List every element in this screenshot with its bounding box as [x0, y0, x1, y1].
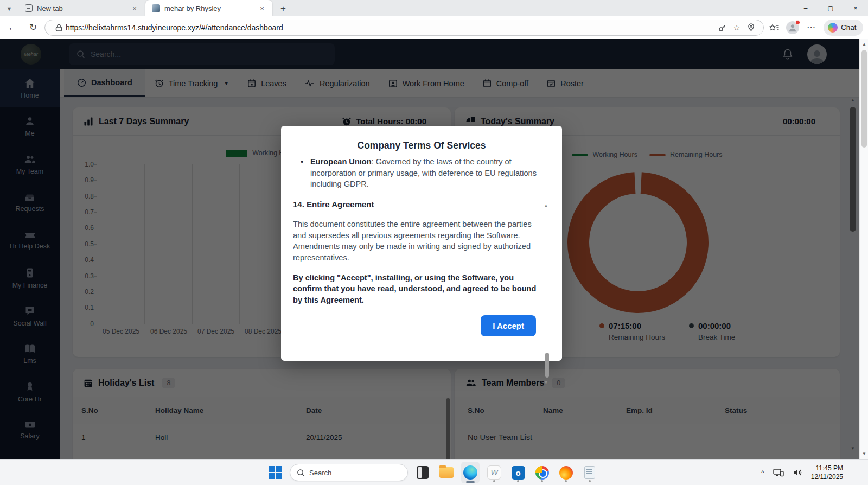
page-viewport: Mehar Home Me My Team [0, 39, 859, 459]
maximize-button[interactable]: ▢ [818, 0, 843, 16]
modal-scrollbar-thumb[interactable] [545, 353, 549, 378]
start-button[interactable] [266, 462, 284, 483]
firefox-icon[interactable] [557, 462, 575, 483]
taskbar-search[interactable]: Search [290, 464, 408, 481]
window-controls: – ▢ × [793, 0, 868, 16]
terms-paragraph: This document constitutes the entire agr… [293, 219, 540, 264]
file-explorer-icon[interactable] [437, 462, 456, 483]
taskbar-clock[interactable]: 11:45 PM 12/11/2025 [811, 464, 843, 481]
notepad-icon[interactable] [580, 462, 599, 483]
favorites-bar-icon[interactable] [766, 20, 782, 36]
tab-mehar[interactable]: mehar by Rhysley × [145, 0, 272, 16]
copilot-icon [828, 23, 838, 33]
tray-chevron-icon[interactable]: ^ [761, 469, 764, 477]
tab-close-icon[interactable]: × [130, 3, 139, 13]
tab-title: mehar by Rhysley [164, 4, 253, 12]
mehar-favicon-icon [152, 4, 160, 12]
scroll-up-icon[interactable]: ▲ [860, 42, 868, 47]
outlook-icon[interactable]: o [509, 462, 527, 483]
lock-icon [52, 21, 66, 35]
terms-heading: 14. Entire Agreement [293, 199, 540, 210]
browser-menu-icon[interactable]: ⋯ [803, 20, 819, 36]
profile-notification-dot [795, 20, 800, 25]
reload-icon[interactable]: ↻ [25, 20, 41, 36]
accept-button[interactable]: I Accept [481, 315, 536, 336]
windows-taskbar: Search W o ^ 11:45 PM 12/11/2025 [0, 459, 868, 485]
location-pin-icon[interactable] [744, 21, 758, 35]
tab-new-tab[interactable]: New tab × [18, 0, 145, 16]
browser-address-bar: ← ↻ ☆ ⋯ Chat [0, 16, 868, 39]
favorite-star-icon[interactable]: ☆ [730, 21, 744, 35]
minimize-button[interactable]: – [793, 0, 818, 16]
back-icon[interactable]: ← [4, 20, 21, 36]
browser-scrollbar-thumb[interactable] [861, 50, 867, 148]
volume-icon[interactable] [793, 468, 802, 477]
new-tab-favicon-icon [25, 4, 33, 12]
desktop: ▼ New tab × mehar by Rhysley × + – ▢ × ←… [0, 0, 868, 485]
url-pill[interactable]: ☆ [44, 20, 764, 36]
search-icon [297, 469, 305, 477]
modal-scroll-up-icon[interactable]: ▲ [544, 203, 548, 208]
modal-title: Company Terms Of Services [281, 140, 562, 151]
taskbar-app-w-icon[interactable]: W [485, 462, 503, 483]
windows-logo-icon [269, 466, 282, 479]
new-tab-button[interactable]: + [276, 1, 291, 16]
terms-bullet: European Union: Governed by the laws of … [293, 159, 540, 190]
password-key-icon[interactable] [716, 21, 730, 35]
profile-avatar[interactable] [784, 20, 801, 36]
scroll-down-icon[interactable]: ▼ [860, 451, 868, 456]
tab-close-icon[interactable]: × [257, 3, 267, 13]
browser-scrollbar[interactable]: ▲ ▼ [859, 39, 868, 459]
terms-confirm-paragraph: By clicking "Accept", installing, or usi… [293, 272, 540, 306]
url-input[interactable] [66, 23, 716, 32]
edge-icon[interactable] [461, 462, 480, 483]
copilot-chat-button[interactable]: Chat [824, 20, 863, 36]
close-button[interactable]: × [843, 0, 868, 16]
terms-modal: Company Terms Of Services European Union… [281, 126, 562, 361]
modal-scroll-area[interactable]: European Union: Governed by the laws of … [293, 159, 540, 355]
chrome-icon[interactable] [533, 462, 551, 483]
device-icon[interactable] [773, 468, 784, 477]
modal-scroll-down-icon[interactable]: ▼ [544, 380, 548, 385]
taskbar-app-dark-icon[interactable] [413, 462, 432, 483]
browser-tab-strip: ▼ New tab × mehar by Rhysley × + – ▢ × [0, 0, 868, 16]
tab-list-chevron-icon[interactable]: ▼ [0, 1, 18, 16]
tab-title: New tab [37, 4, 125, 12]
chat-label: Chat [841, 23, 857, 31]
